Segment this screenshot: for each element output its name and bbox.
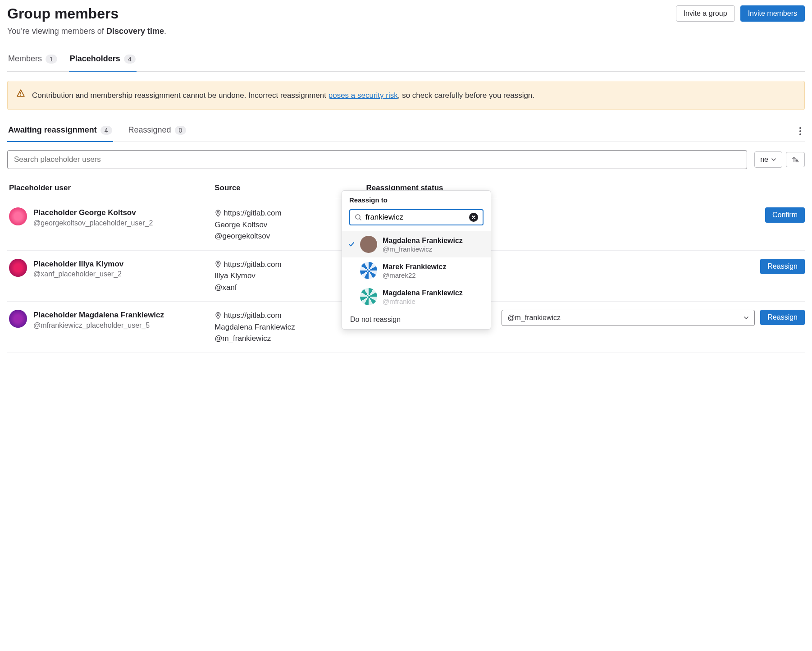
placeholders-count-badge: 4 [124,55,136,64]
location-icon [214,261,222,268]
warning-alert: Contribution and membership reassignment… [7,81,805,110]
placeholder-user-handle: @mfrankiewicz_placeholder_user_5 [33,321,164,330]
page-title: Group members [7,5,119,22]
sub-tabs: Awaiting reassignment 4 Reassigned 0 [7,121,187,142]
svg-point-2 [799,127,801,129]
svg-point-3 [799,130,801,132]
svg-point-4 [799,133,801,135]
popover-user-item[interactable]: Magdalena Frankiewicz @m_frankiewicz [342,231,491,257]
awaiting-count-badge: 4 [100,126,112,135]
warning-icon [17,89,25,101]
placeholder-user-name: Placeholder Illya Klymov [33,259,123,270]
avatar [9,207,27,225]
sort-direction-button[interactable] [786,152,805,167]
security-risk-link[interactable]: poses a security risk [328,91,398,100]
sort-dropdown[interactable]: ne [754,151,782,168]
reassign-button[interactable]: Reassign [760,259,805,274]
placeholder-user-name: Placeholder Magdalena Frankiewicz [33,310,164,321]
search-input[interactable] [7,150,747,169]
popover-user-name: Marek Frankiewicz [383,262,446,271]
members-count-badge: 1 [46,55,57,64]
chevron-down-icon [744,315,749,321]
more-actions-button[interactable] [796,124,805,139]
avatar [360,288,377,305]
location-icon [214,210,222,217]
popover-user-handle: @m_frankiewicz [383,245,463,253]
placeholder-user-handle: @xanf_placeholder_user_2 [33,269,123,279]
subtab-awaiting[interactable]: Awaiting reassignment 4 [7,121,113,142]
do-not-reassign-option[interactable]: Do not reassign [342,310,491,329]
popover-user-item[interactable]: Magdalena Frankiewicz @mfrankie [342,284,491,310]
subtab-reassigned[interactable]: Reassigned 0 [128,121,187,142]
page-subtitle: You're viewing members of Discovery time… [7,27,805,36]
placeholder-user-name: Placeholder George Koltsov [33,207,153,218]
popover-user-handle: @marek22 [383,271,446,279]
avatar [360,262,377,279]
clear-search-button[interactable] [469,213,478,222]
chevron-down-icon [771,157,776,162]
tab-placeholders[interactable]: Placeholders 4 [69,49,137,72]
avatar [360,236,377,253]
svg-point-1 [20,95,21,96]
popover-user-name: Magdalena Frankiewicz [383,289,463,298]
location-icon [214,312,222,319]
invite-group-button[interactable]: Invite a group [676,5,735,22]
avatar [9,259,27,277]
popover-user-name: Magdalena Frankiewicz [383,236,463,245]
source-url: https://gitlab.com [224,207,282,219]
popover-user-handle: @mfrankie [383,298,463,305]
check-icon [348,241,355,248]
popover-title: Reassign to [342,191,491,209]
reassign-button[interactable]: Reassign [760,310,805,325]
main-tabs: Members 1 Placeholders 4 [7,49,805,72]
source-handle: @m_frankiewicz [214,333,366,344]
popover-search-input[interactable] [365,213,465,222]
reassigned-count-badge: 0 [175,126,187,135]
reassign-select[interactable]: @m_frankiewicz [502,310,755,326]
svg-line-9 [360,219,361,220]
invite-members-button[interactable]: Invite members [740,5,805,22]
col-header-user: Placeholder user [7,183,214,193]
source-url: https://gitlab.com [224,310,282,321]
tab-members[interactable]: Members 1 [7,49,58,72]
sort-icon [792,156,799,163]
search-icon [355,214,362,221]
confirm-button[interactable]: Confirm [765,207,805,223]
placeholder-user-handle: @georgekoltsov_placeholder_user_2 [33,218,153,228]
reassign-popover: Reassign to Magdalena Frankiewicz @m_fra… [342,190,491,330]
source-url: https://gitlab.com [224,259,282,270]
close-icon [471,215,476,220]
avatar [9,310,27,328]
popover-user-item[interactable]: Marek Frankiewicz @marek22 [342,257,491,284]
